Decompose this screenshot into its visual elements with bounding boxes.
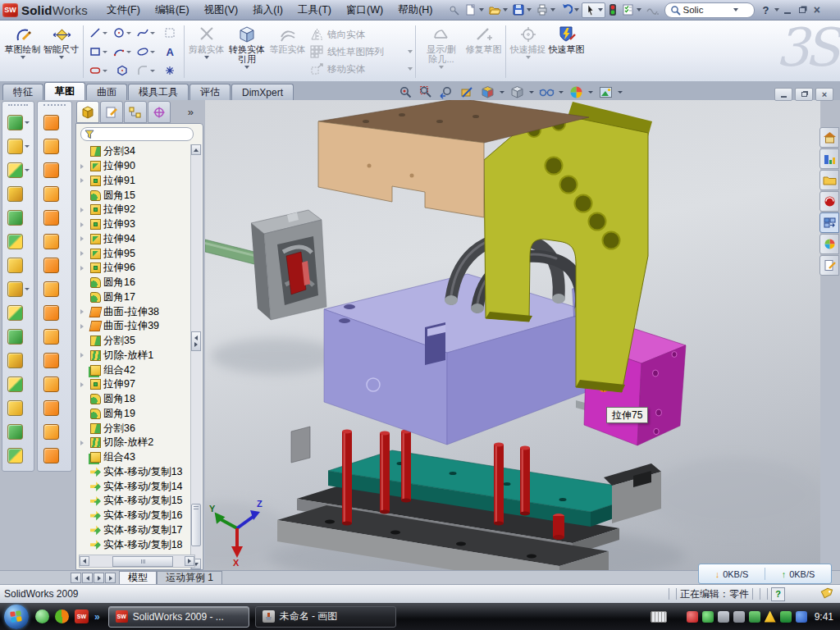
minimize-button[interactable] <box>780 4 794 16</box>
doc-minimize-button[interactable] <box>774 88 792 101</box>
expand-arrow-icon[interactable] <box>80 251 88 256</box>
menu-item[interactable]: 工具(T) <box>290 1 339 20</box>
menu-item[interactable]: 窗口(W) <box>339 1 390 20</box>
save-button[interactable] <box>510 2 533 17</box>
tree-item[interactable]: 分割36 <box>79 421 192 436</box>
mold-tool-button[interactable] <box>38 182 71 206</box>
zoom-area-button[interactable] <box>417 84 435 100</box>
messenger-quicklaunch-icon[interactable] <box>35 609 49 623</box>
expand-arrow-icon[interactable] <box>80 236 88 241</box>
model-tab[interactable]: 模型 <box>119 571 157 584</box>
viewport-canvas[interactable] <box>205 100 820 570</box>
ribbon-tab[interactable]: 特征 <box>2 84 43 100</box>
feature-tool-button[interactable] <box>2 349 34 372</box>
arc-tool[interactable] <box>110 43 134 62</box>
expand-arrow-icon[interactable] <box>80 222 88 227</box>
restore-button[interactable] <box>795 4 809 16</box>
tab-dimxpertmanager[interactable] <box>148 101 171 123</box>
tree-item[interactable]: 实体-移动/复制15 <box>79 494 192 509</box>
doc-close-button[interactable] <box>815 88 833 101</box>
feature-tool-button[interactable] <box>2 182 34 206</box>
quicklaunch-overflow-icon[interactable]: » <box>94 611 100 623</box>
tree-item[interactable]: 实体-移动/复制14 <box>79 479 192 494</box>
print-button[interactable] <box>534 2 557 17</box>
rapid-sketch-button[interactable]: 快速草图 <box>547 22 586 81</box>
mold-tool-button[interactable] <box>38 349 71 372</box>
ellipse-tool[interactable] <box>134 43 158 62</box>
feature-tool-button[interactable] <box>2 301 34 325</box>
solidworks-search-tab[interactable] <box>819 191 839 212</box>
input-method-icon[interactable] <box>651 611 667 623</box>
security-quicklaunch-icon[interactable] <box>55 609 69 623</box>
taskbar-button-paint[interactable]: 未命名 - 画图 <box>255 606 396 628</box>
model-slider-assembly[interactable] <box>205 210 326 320</box>
scroll-right-button[interactable] <box>185 556 194 566</box>
expand-arrow-icon[interactable] <box>80 382 88 387</box>
next-tab-button[interactable] <box>94 573 104 583</box>
point-tool[interactable] <box>158 62 181 80</box>
file-explorer-tab[interactable] <box>819 170 839 190</box>
undo-button[interactable] <box>558 2 581 17</box>
first-tab-button[interactable] <box>71 573 81 583</box>
tree-item[interactable]: 圆角17 <box>79 290 192 305</box>
slot-tool[interactable] <box>86 62 110 80</box>
menu-item[interactable]: 帮助(H) <box>390 1 440 20</box>
view-palette-tab[interactable] <box>819 212 839 233</box>
tree-item[interactable]: 实体-移动/复制18 <box>79 537 192 552</box>
feature-tool-button[interactable] <box>2 372 34 396</box>
feature-tool-button[interactable] <box>2 158 34 182</box>
network-speed-widget[interactable]: ↓0KB/S ↑0KB/S <box>698 564 832 584</box>
tray-icon[interactable] <box>796 611 807 623</box>
display-style-button[interactable] <box>508 84 526 100</box>
mold-tool-button[interactable] <box>38 277 71 301</box>
tree-item[interactable]: 切除-放样1 <box>79 349 192 363</box>
ribbon-tab[interactable]: 曲面 <box>86 84 127 100</box>
tree-item[interactable]: 拉伸93 <box>79 217 192 232</box>
tree-item[interactable]: 拉伸91 <box>79 174 192 189</box>
tree-item[interactable]: 实体-移动/复制17 <box>79 523 192 538</box>
feature-tool-button[interactable] <box>2 396 34 420</box>
tree-item[interactable]: 实体-移动/复制16 <box>79 509 192 523</box>
tab-propertymanager[interactable] <box>100 101 123 123</box>
tree-item[interactable]: 拉伸97 <box>79 377 192 392</box>
tray-icon[interactable] <box>718 611 729 623</box>
doc-restore-button[interactable] <box>795 88 813 101</box>
view-orientation-button[interactable] <box>478 84 496 100</box>
feature-tool-button[interactable] <box>2 420 34 444</box>
close-button[interactable] <box>810 4 824 16</box>
mold-tool-button[interactable] <box>38 158 71 182</box>
graphics-area[interactable]: 拉伸75 Y Z X <box>205 100 820 570</box>
tree-item[interactable]: 组合42 <box>79 363 192 377</box>
mold-tool-button[interactable] <box>38 420 71 444</box>
expand-arrow-icon[interactable] <box>80 309 88 314</box>
expand-arrow-icon[interactable] <box>80 208 88 212</box>
convert-entities-button[interactable]: 转换实体引用 <box>226 22 268 81</box>
mold-tool-button[interactable] <box>38 230 71 253</box>
taskbar-button-solidworks[interactable]: SW SolidWorks 2009 - ... <box>108 606 249 628</box>
design-checker-button[interactable] <box>620 2 643 17</box>
tray-icon[interactable] <box>765 611 776 623</box>
tree-item[interactable]: 圆角16 <box>79 276 192 290</box>
model-tab[interactable]: 运动算例 1 <box>157 571 222 584</box>
pin-icon[interactable] <box>446 3 462 17</box>
last-tab-button[interactable] <box>105 573 116 583</box>
overflow-more-icon[interactable] <box>644 3 660 16</box>
mold-tool-button[interactable] <box>38 444 71 468</box>
apply-scene-button[interactable] <box>596 84 614 100</box>
search-box[interactable] <box>664 2 755 18</box>
tree-filter-input[interactable] <box>80 127 194 141</box>
circle-tool[interactable] <box>110 24 134 43</box>
feature-tool-button[interactable] <box>2 253 34 277</box>
tray-icon[interactable] <box>733 611 745 623</box>
previous-view-button[interactable] <box>437 84 455 100</box>
tree-item[interactable]: 拉伸94 <box>79 232 192 247</box>
mold-tool-button[interactable] <box>38 396 71 420</box>
feature-tool-button[interactable] <box>2 277 34 301</box>
expand-arrow-icon[interactable] <box>80 178 88 183</box>
scroll-left-button[interactable] <box>80 556 89 566</box>
mold-tool-button[interactable] <box>38 135 71 158</box>
design-library-tab[interactable] <box>819 148 839 169</box>
panel-splitter-handle[interactable] <box>191 331 201 351</box>
ribbon-tab[interactable]: 评估 <box>189 84 231 100</box>
ribbon-tab[interactable]: 草图 <box>44 82 85 100</box>
